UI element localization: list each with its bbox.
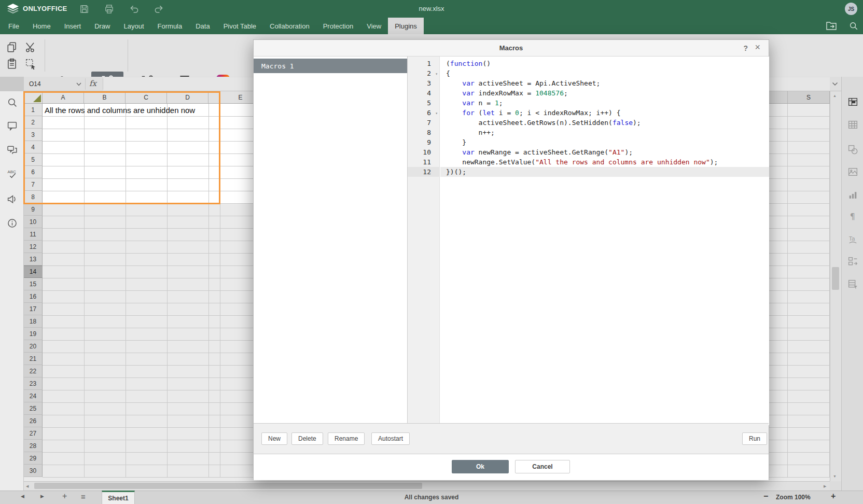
scroll-right-icon[interactable]: ▶ [824, 484, 826, 488]
paste-icon[interactable] [6, 58, 18, 69]
row-header-6[interactable]: 6 [24, 166, 43, 178]
chart-settings-icon[interactable] [847, 189, 858, 200]
rename-button[interactable]: Rename [328, 432, 365, 445]
table-settings-icon[interactable] [847, 119, 858, 130]
slicer-settings-icon[interactable] [847, 256, 858, 267]
name-box[interactable]: O14 [29, 80, 41, 88]
menu-tab-home[interactable]: Home [26, 18, 58, 34]
dialog-title[interactable]: Macros [254, 40, 769, 57]
insert-function-button[interactable]: fx [89, 79, 96, 88]
column-header-b[interactable]: B [84, 91, 126, 103]
menu-tab-data[interactable]: Data [189, 18, 216, 34]
help-button[interactable]: ? [743, 44, 748, 52]
menu-tab-file[interactable]: File [2, 18, 26, 34]
paragraph-settings-icon[interactable]: ¶ [847, 211, 858, 222]
pivot-table-settings-icon[interactable] [847, 278, 858, 290]
row-header-3[interactable]: 3 [24, 129, 43, 141]
menu-tab-view[interactable]: View [360, 18, 388, 34]
menu-tab-collaboration[interactable]: Collaboration [263, 18, 316, 34]
row-header-15[interactable]: 15 [24, 278, 43, 290]
column-header-c[interactable]: C [126, 91, 167, 103]
row-header-23[interactable]: 23 [24, 377, 43, 390]
row-header-4[interactable]: 4 [24, 141, 43, 153]
macro-list-item[interactable]: Macros 1 [254, 59, 407, 73]
vertical-scroll-thumb[interactable] [832, 267, 839, 290]
menu-tab-protection[interactable]: Protection [316, 18, 360, 34]
row-header-2[interactable]: 2 [24, 116, 43, 129]
row-header-1[interactable]: 1 [24, 104, 43, 116]
row-header-28[interactable]: 28 [24, 440, 43, 452]
code-line[interactable]: var activeSheet = Api.ActiveSheet; [440, 78, 769, 88]
code-editor[interactable]: (function(){ var activeSheet = Api.Activ… [440, 57, 769, 425]
menu-tab-layout[interactable]: Layout [117, 18, 151, 34]
row-header-27[interactable]: 27 [24, 427, 43, 440]
column-header-s[interactable]: S [787, 91, 830, 103]
row-header-12[interactable]: 12 [24, 241, 43, 253]
feedback-icon[interactable] [6, 193, 18, 204]
close-icon[interactable]: × [755, 43, 760, 52]
new-button[interactable]: New [261, 432, 287, 445]
select-icon[interactable] [25, 58, 36, 69]
text-art-settings-icon[interactable]: Ta [847, 234, 858, 245]
menu-tab-insert[interactable]: Insert [58, 18, 88, 34]
code-line[interactable]: })(); [440, 167, 769, 177]
search-icon[interactable] [6, 96, 18, 108]
copy-icon[interactable] [6, 41, 18, 53]
scroll-up-icon[interactable]: ▲ [833, 94, 837, 97]
row-header-24[interactable]: 24 [24, 390, 43, 402]
code-line[interactable]: activeSheet.GetRows(n).SetHidden(false); [440, 118, 769, 128]
row-header-14[interactable]: 14 [24, 265, 43, 278]
image-settings-icon[interactable] [847, 166, 858, 177]
spellcheck-icon[interactable]: ABC [6, 168, 18, 179]
code-line[interactable]: newRange.SetValue("All the rows and colu… [440, 157, 769, 167]
row-header-13[interactable]: 13 [24, 253, 43, 265]
code-line[interactable]: { [440, 68, 769, 78]
row-header-22[interactable]: 22 [24, 365, 43, 377]
ok-button[interactable]: Ok [452, 460, 509, 473]
row-header-8[interactable]: 8 [24, 191, 43, 203]
cut-icon[interactable] [25, 41, 36, 53]
row-header-10[interactable]: 10 [24, 216, 43, 228]
delete-button[interactable]: Delete [291, 432, 323, 445]
row-header-17[interactable]: 17 [24, 303, 43, 315]
formula-bar-expand-icon[interactable] [832, 82, 838, 86]
code-line[interactable]: (function() [440, 59, 769, 68]
code-line[interactable]: n++; [440, 128, 769, 137]
chat-icon[interactable] [6, 144, 18, 156]
menu-tab-pivot-table[interactable]: Pivot Table [217, 18, 263, 34]
row-header-25[interactable]: 25 [24, 402, 43, 415]
menu-tab-formula[interactable]: Formula [151, 18, 189, 34]
row-header-9[interactable]: 9 [24, 203, 43, 216]
scroll-down-icon[interactable]: ▼ [833, 474, 837, 478]
zoom-level[interactable]: Zoom 100% [776, 494, 811, 501]
zoom-in-button[interactable]: + [831, 492, 836, 501]
row-header-7[interactable]: 7 [24, 178, 43, 191]
row-header-18[interactable]: 18 [24, 315, 43, 328]
search-menu-icon[interactable] [849, 21, 858, 31]
row-header-16[interactable]: 16 [24, 290, 43, 303]
menu-tab-plugins[interactable]: Plugins [388, 18, 424, 34]
select-all-corner[interactable] [24, 91, 43, 103]
code-line[interactable]: } [440, 137, 769, 147]
user-avatar[interactable]: JS [845, 3, 857, 15]
row-header-30[interactable]: 30 [24, 465, 43, 477]
shape-settings-icon[interactable] [847, 144, 858, 155]
code-line[interactable]: for (let i = 0; i < indexRowMax; i++) { [440, 108, 769, 118]
row-header-20[interactable]: 20 [24, 340, 43, 353]
comments-icon[interactable] [6, 120, 18, 131]
about-icon[interactable] [6, 217, 18, 229]
row-header-26[interactable]: 26 [24, 415, 43, 427]
row-header-21[interactable]: 21 [24, 353, 43, 365]
row-header-5[interactable]: 5 [24, 153, 43, 166]
zoom-out-button[interactable]: − [763, 492, 768, 501]
open-file-location-icon[interactable] [826, 21, 837, 31]
column-header-d[interactable]: D [167, 91, 208, 103]
name-box-chevron-icon[interactable] [76, 82, 81, 86]
horizontal-scroll-thumb[interactable] [34, 483, 422, 489]
fold-arrow-icon[interactable]: ▾ [435, 69, 438, 79]
code-line[interactable]: var n = 1; [440, 98, 769, 108]
column-header-blank[interactable] [208, 91, 220, 103]
run-button[interactable]: Run [742, 432, 767, 445]
menu-tab-draw[interactable]: Draw [88, 18, 117, 34]
cell-settings-icon[interactable] [847, 96, 858, 107]
